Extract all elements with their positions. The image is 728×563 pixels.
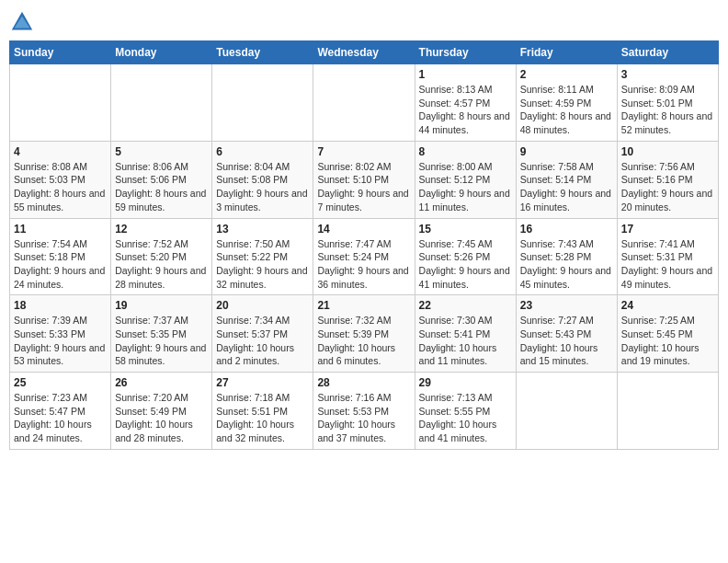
day-cell: 18Sunrise: 7:39 AMSunset: 5:33 PMDayligh… [10, 295, 111, 373]
day-number: 1 [419, 68, 512, 81]
day-cell: 24Sunrise: 7:25 AMSunset: 5:45 PMDayligh… [617, 295, 718, 373]
day-info: Sunrise: 7:50 AMSunset: 5:22 PMDaylight:… [216, 237, 309, 292]
day-info: Sunrise: 8:04 AMSunset: 5:08 PMDaylight:… [216, 160, 309, 214]
day-cell: 13Sunrise: 7:50 AMSunset: 5:22 PMDayligh… [212, 218, 313, 295]
logo [9, 9, 39, 35]
day-cell: 9Sunrise: 7:58 AMSunset: 5:14 PMDaylight… [516, 141, 617, 218]
week-row-1: 1Sunrise: 8:13 AMSunset: 4:57 PMDaylight… [10, 64, 719, 142]
day-info: Sunrise: 7:39 AMSunset: 5:33 PMDaylight:… [14, 314, 107, 368]
day-number: 22 [419, 299, 512, 312]
day-info: Sunrise: 7:41 AMSunset: 5:31 PMDaylight:… [621, 237, 714, 292]
day-info: Sunrise: 8:00 AMSunset: 5:12 PMDaylight:… [419, 160, 512, 214]
day-info: Sunrise: 7:43 AMSunset: 5:28 PMDaylight:… [520, 237, 613, 292]
header-row: SundayMondayTuesdayWednesdayThursdayFrid… [10, 41, 719, 64]
day-number: 4 [14, 145, 107, 158]
day-number: 16 [520, 223, 613, 236]
calendar-table: SundayMondayTuesdayWednesdayThursdayFrid… [9, 40, 719, 450]
day-cell: 27Sunrise: 7:18 AMSunset: 5:51 PMDayligh… [212, 373, 313, 450]
day-info: Sunrise: 7:13 AMSunset: 5:55 PMDaylight:… [419, 391, 512, 445]
calendar-body: 1Sunrise: 8:13 AMSunset: 4:57 PMDaylight… [10, 64, 719, 450]
day-number: 13 [216, 223, 309, 236]
day-number: 24 [621, 299, 714, 312]
day-cell: 28Sunrise: 7:16 AMSunset: 5:53 PMDayligh… [313, 373, 415, 450]
day-info: Sunrise: 7:23 AMSunset: 5:47 PMDaylight:… [14, 391, 107, 445]
day-info: Sunrise: 7:37 AMSunset: 5:35 PMDaylight:… [115, 314, 208, 368]
logo-icon [9, 9, 35, 35]
week-row-5: 25Sunrise: 7:23 AMSunset: 5:47 PMDayligh… [10, 373, 719, 450]
page-header [9, 9, 719, 35]
day-cell: 14Sunrise: 7:47 AMSunset: 5:24 PMDayligh… [313, 218, 415, 295]
day-info: Sunrise: 7:45 AMSunset: 5:26 PMDaylight:… [419, 237, 512, 292]
day-cell [212, 64, 313, 142]
day-number: 10 [621, 145, 714, 158]
day-number: 3 [621, 68, 714, 81]
day-number: 19 [115, 299, 208, 312]
day-info: Sunrise: 7:52 AMSunset: 5:20 PMDaylight:… [115, 237, 208, 292]
day-number: 28 [317, 376, 410, 389]
day-cell: 23Sunrise: 7:27 AMSunset: 5:43 PMDayligh… [516, 295, 617, 373]
day-number: 15 [419, 223, 512, 236]
day-cell: 2Sunrise: 8:11 AMSunset: 4:59 PMDaylight… [516, 64, 617, 142]
header-tuesday: Tuesday [212, 41, 313, 64]
day-cell [313, 64, 415, 142]
day-number: 26 [115, 376, 208, 389]
day-info: Sunrise: 8:06 AMSunset: 5:06 PMDaylight:… [115, 160, 208, 214]
day-cell: 16Sunrise: 7:43 AMSunset: 5:28 PMDayligh… [516, 218, 617, 295]
week-row-3: 11Sunrise: 7:54 AMSunset: 5:18 PMDayligh… [10, 218, 719, 295]
day-info: Sunrise: 7:27 AMSunset: 5:43 PMDaylight:… [520, 314, 613, 368]
day-info: Sunrise: 8:02 AMSunset: 5:10 PMDaylight:… [317, 160, 410, 214]
day-number: 12 [115, 223, 208, 236]
day-info: Sunrise: 7:54 AMSunset: 5:18 PMDaylight:… [14, 237, 107, 292]
day-number: 7 [317, 145, 410, 158]
day-cell: 5Sunrise: 8:06 AMSunset: 5:06 PMDaylight… [111, 141, 212, 218]
day-cell: 10Sunrise: 7:56 AMSunset: 5:16 PMDayligh… [617, 141, 718, 218]
day-cell: 3Sunrise: 8:09 AMSunset: 5:01 PMDaylight… [617, 64, 718, 142]
header-wednesday: Wednesday [313, 41, 415, 64]
day-number: 18 [14, 299, 107, 312]
day-cell [111, 64, 212, 142]
day-cell: 22Sunrise: 7:30 AMSunset: 5:41 PMDayligh… [415, 295, 516, 373]
day-number: 11 [14, 223, 107, 236]
day-info: Sunrise: 7:32 AMSunset: 5:39 PMDaylight:… [317, 314, 410, 368]
day-cell: 11Sunrise: 7:54 AMSunset: 5:18 PMDayligh… [10, 218, 111, 295]
header-monday: Monday [111, 41, 212, 64]
day-number: 20 [216, 299, 309, 312]
calendar-header: SundayMondayTuesdayWednesdayThursdayFrid… [10, 41, 719, 64]
day-number: 25 [14, 376, 107, 389]
day-info: Sunrise: 7:34 AMSunset: 5:37 PMDaylight:… [216, 314, 309, 368]
day-cell [617, 373, 718, 450]
header-thursday: Thursday [415, 41, 516, 64]
day-cell [516, 373, 617, 450]
day-number: 23 [520, 299, 613, 312]
day-info: Sunrise: 7:16 AMSunset: 5:53 PMDaylight:… [317, 391, 410, 445]
day-cell: 26Sunrise: 7:20 AMSunset: 5:49 PMDayligh… [111, 373, 212, 450]
day-info: Sunrise: 8:11 AMSunset: 4:59 PMDaylight:… [520, 83, 613, 137]
day-number: 8 [419, 145, 512, 158]
day-number: 14 [317, 223, 410, 236]
day-info: Sunrise: 7:58 AMSunset: 5:14 PMDaylight:… [520, 160, 613, 214]
day-cell: 20Sunrise: 7:34 AMSunset: 5:37 PMDayligh… [212, 295, 313, 373]
week-row-2: 4Sunrise: 8:08 AMSunset: 5:03 PMDaylight… [10, 141, 719, 218]
day-info: Sunrise: 7:47 AMSunset: 5:24 PMDaylight:… [317, 237, 410, 292]
day-number: 27 [216, 376, 309, 389]
day-cell: 7Sunrise: 8:02 AMSunset: 5:10 PMDaylight… [313, 141, 415, 218]
day-info: Sunrise: 7:56 AMSunset: 5:16 PMDaylight:… [621, 160, 714, 214]
day-cell: 21Sunrise: 7:32 AMSunset: 5:39 PMDayligh… [313, 295, 415, 373]
day-cell [10, 64, 111, 142]
header-saturday: Saturday [617, 41, 718, 64]
day-cell: 29Sunrise: 7:13 AMSunset: 5:55 PMDayligh… [415, 373, 516, 450]
day-info: Sunrise: 8:13 AMSunset: 4:57 PMDaylight:… [419, 83, 512, 137]
day-number: 9 [520, 145, 613, 158]
day-cell: 6Sunrise: 8:04 AMSunset: 5:08 PMDaylight… [212, 141, 313, 218]
day-info: Sunrise: 7:20 AMSunset: 5:49 PMDaylight:… [115, 391, 208, 445]
day-info: Sunrise: 8:09 AMSunset: 5:01 PMDaylight:… [621, 83, 714, 137]
day-cell: 25Sunrise: 7:23 AMSunset: 5:47 PMDayligh… [10, 373, 111, 450]
day-cell: 8Sunrise: 8:00 AMSunset: 5:12 PMDaylight… [415, 141, 516, 218]
day-number: 17 [621, 223, 714, 236]
day-cell: 17Sunrise: 7:41 AMSunset: 5:31 PMDayligh… [617, 218, 718, 295]
header-friday: Friday [516, 41, 617, 64]
day-cell: 12Sunrise: 7:52 AMSunset: 5:20 PMDayligh… [111, 218, 212, 295]
day-info: Sunrise: 7:18 AMSunset: 5:51 PMDaylight:… [216, 391, 309, 445]
week-row-4: 18Sunrise: 7:39 AMSunset: 5:33 PMDayligh… [10, 295, 719, 373]
day-number: 6 [216, 145, 309, 158]
